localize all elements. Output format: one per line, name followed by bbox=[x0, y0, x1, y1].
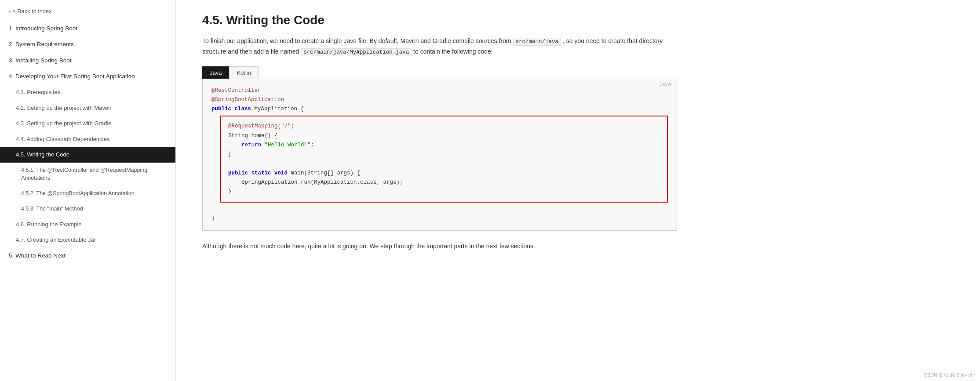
sidebar-item-4-label: 4. Developing Your First Spring Boot App… bbox=[9, 73, 135, 80]
annotation-rest-controller: @RestController bbox=[211, 87, 261, 94]
inline-code-1: src/main/java bbox=[513, 38, 561, 46]
sidebar-item-4-3[interactable]: 4.3. Setting up the project with Gradle bbox=[0, 116, 175, 131]
inner-home-method: String home() { bbox=[228, 133, 278, 139]
csdn-watermark: CSDN @Kudō Shin-ichi bbox=[924, 372, 975, 377]
tab-kotlin[interactable]: Kotlin bbox=[229, 66, 259, 79]
sidebar-item-4-5-2[interactable]: 4.5.2. The @SpringBootApplication Annota… bbox=[0, 186, 175, 201]
sidebar-item-4-5[interactable]: 4.5. Writing the Code bbox=[0, 147, 175, 163]
sidebar-item-4-5-2-label: 4.5.2. The @SpringBootApplication Annota… bbox=[21, 190, 135, 196]
sidebar-item-4-2-label: 4.2. Setting up the project with Maven bbox=[16, 105, 112, 111]
sidebar-item-4-5-3[interactable]: 4.5.3. The "main" Method bbox=[0, 201, 175, 217]
sidebar-item-4-4-label: 4.4. Adding Classpath Dependencies bbox=[16, 136, 109, 142]
intro-paragraph: To finish our application, we need to cr… bbox=[202, 36, 677, 58]
kw-public: public class bbox=[211, 106, 251, 112]
sidebar-item-5-label: 5. What to Read Next bbox=[9, 252, 66, 259]
sidebar-item-1[interactable]: 1. Introducing Spring Boot bbox=[0, 21, 175, 36]
sidebar-item-4-6[interactable]: 4.6. Running the Example bbox=[0, 217, 175, 232]
code-lang-label: JAVA bbox=[659, 82, 671, 87]
spring-app-run: SpringApplication.run(MyApplication.clas… bbox=[228, 179, 403, 185]
sidebar-item-4-3-label: 4.3. Setting up the project with Gradle bbox=[16, 120, 112, 127]
sidebar-item-4-1[interactable]: 4.1. Prerequisites bbox=[0, 84, 175, 100]
sidebar-item-4-4[interactable]: 4.4. Adding Classpath Dependencies bbox=[0, 131, 175, 147]
sidebar-item-4-7-label: 4.7. Creating an Executable Jar bbox=[16, 236, 96, 243]
sidebar-item-2-label: 2. System Requirements bbox=[9, 41, 74, 47]
inner-return: return "Hello World!"; bbox=[228, 142, 314, 148]
class-name: MyApplication { bbox=[255, 106, 304, 112]
sidebar-item-4-1-label: 4.1. Prerequisites bbox=[16, 89, 60, 95]
sidebar-item-4-5-1-label: 4.5.1. The @RestController and @RequestM… bbox=[21, 167, 147, 181]
desc-text-3: to contain the following code: bbox=[413, 48, 493, 55]
sidebar-item-4-6-label: 4.6. Running the Example bbox=[16, 221, 82, 228]
outer-closing-brace: } bbox=[211, 215, 215, 221]
sidebar-item-4-7[interactable]: 4.7. Creating an Executable Jar bbox=[0, 232, 175, 248]
sidebar-item-4-5-1[interactable]: 4.5.1. The @RestController and @RequestM… bbox=[0, 163, 175, 186]
desc-text-1: To finish our application, we need to cr… bbox=[202, 37, 511, 44]
sidebar-item-4-2[interactable]: 4.2. Setting up the project with Maven bbox=[0, 100, 175, 116]
footer-paragraph: Although there is not much code here, qu… bbox=[202, 241, 677, 252]
inner-closing-brace-2: } bbox=[228, 189, 232, 195]
kw-public-static: public static void bbox=[228, 170, 288, 176]
sidebar-item-4-5-label: 4.5. Writing the Code bbox=[16, 151, 69, 158]
sidebar: ‹ < Back to index 1. Introducing Spring … bbox=[0, 0, 176, 381]
sidebar-item-1-label: 1. Introducing Spring Boot bbox=[9, 25, 77, 32]
sidebar-item-5[interactable]: 5. What to Read Next bbox=[0, 248, 175, 264]
back-arrow-icon: ‹ bbox=[9, 8, 11, 15]
annotation-springboot-app: @SpringBootApplication bbox=[211, 97, 284, 103]
sidebar-item-4[interactable]: 4. Developing Your First Spring Boot App… bbox=[0, 69, 175, 84]
inner-annotation: @RequestMapping("/") bbox=[228, 123, 294, 129]
code-tabs-container: Java Kotlin JAVA @RestController @Spring… bbox=[202, 66, 677, 231]
sidebar-item-2[interactable]: 2. System Requirements bbox=[0, 36, 175, 52]
main-content: 4.5. Writing the Code To finish our appl… bbox=[176, 0, 703, 381]
sidebar-item-3[interactable]: 3. Installing Spring Boot bbox=[0, 53, 175, 69]
code-inner-box: @RequestMapping("/") String home() { ret… bbox=[220, 116, 668, 203]
main-method-sig: main(String[] args) { bbox=[291, 170, 361, 176]
sidebar-item-3-label: 3. Installing Spring Boot bbox=[9, 57, 72, 64]
tab-bar: Java Kotlin bbox=[202, 66, 677, 79]
back-to-index-label: < Back to index bbox=[12, 8, 51, 15]
code-block: @RestController @SpringBootApplication p… bbox=[203, 79, 677, 230]
inline-code-2: src/main/java/MyApplication.java bbox=[301, 48, 412, 56]
inner-closing-brace-1: } bbox=[228, 151, 232, 157]
sidebar-item-4-5-3-label: 4.5.3. The "main" Method bbox=[21, 206, 83, 212]
page-title: 4.5. Writing the Code bbox=[202, 13, 677, 27]
back-to-index-link[interactable]: ‹ < Back to index bbox=[0, 4, 175, 21]
code-block-wrapper: JAVA @RestController @SpringBootApplicat… bbox=[202, 79, 677, 231]
tab-java[interactable]: Java bbox=[202, 66, 229, 79]
